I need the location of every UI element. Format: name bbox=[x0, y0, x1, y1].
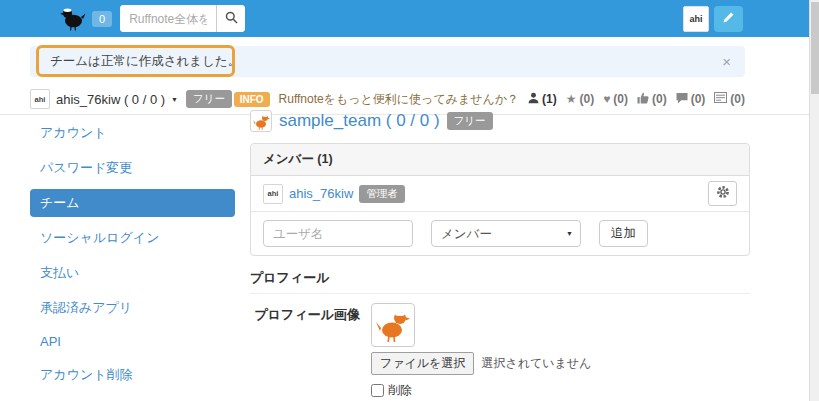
members-panel: メンバー (1) ahi ahis_76kiw 管理者 メンバー ▼ bbox=[250, 143, 750, 256]
user-avatar[interactable]: ahi bbox=[683, 6, 709, 32]
info-badge: INFO bbox=[234, 92, 270, 107]
settings-sidebar: アカウント パスワード変更 チーム ソーシャルログイン 支払い 承認済みアプリ … bbox=[30, 119, 235, 396]
stat-comments[interactable]: (0) bbox=[676, 92, 706, 107]
avatar: ahi bbox=[30, 89, 50, 109]
user-icon bbox=[528, 92, 539, 107]
profile-image-preview bbox=[371, 303, 415, 347]
heart-icon: ♥ bbox=[603, 92, 610, 106]
gear-icon bbox=[716, 185, 730, 202]
star-icon: ★ bbox=[566, 92, 577, 106]
profile-section-divider bbox=[250, 293, 750, 294]
choose-file-button[interactable]: ファイルを選択 bbox=[371, 352, 474, 375]
pencil-icon bbox=[722, 11, 735, 27]
member-role-select[interactable]: メンバー bbox=[431, 220, 581, 247]
sidebar-item-payment[interactable]: 支払い bbox=[30, 259, 235, 287]
member-avatar: ahi bbox=[263, 184, 283, 204]
global-search bbox=[120, 5, 245, 32]
team-title-link[interactable]: sample_team ( 0 / 0 ) bbox=[279, 111, 440, 131]
new-post-button[interactable] bbox=[714, 6, 743, 32]
stat-likes[interactable]: ♥ (0) bbox=[603, 92, 628, 106]
magnifier-icon bbox=[225, 11, 238, 27]
promo-link[interactable]: Ruffnoteをもっと便利に使ってみませんか？ bbox=[279, 91, 520, 108]
success-alert: チームは正常に作成されました。 × bbox=[30, 46, 745, 77]
list-icon bbox=[714, 92, 727, 106]
members-panel-header: メンバー (1) bbox=[251, 144, 749, 176]
ruffnote-bird-logo-icon[interactable] bbox=[60, 7, 86, 31]
member-role-badge: 管理者 bbox=[359, 185, 405, 203]
sidebar-item-team[interactable]: チーム bbox=[30, 189, 235, 217]
chevron-down-icon: ▼ bbox=[171, 96, 178, 103]
add-member-button[interactable]: 追加 bbox=[599, 220, 648, 247]
sidebar-item-approved-apps[interactable]: 承認済みアプリ bbox=[30, 294, 235, 322]
comment-icon bbox=[676, 92, 688, 107]
member-role-select-wrap: メンバー ▼ bbox=[431, 220, 581, 247]
delete-image-label: 削除 bbox=[388, 382, 412, 399]
plan-badge: フリー bbox=[186, 90, 232, 108]
alert-close-icon[interactable]: × bbox=[722, 54, 731, 69]
sidebar-item-social-login[interactable]: ソーシャルログイン bbox=[30, 224, 235, 252]
username-label: ahis_76kiw ( 0 / 0 ) bbox=[56, 92, 165, 107]
add-member-form: メンバー ▼ 追加 bbox=[251, 212, 749, 255]
scrollbar-thumb[interactable] bbox=[811, 2, 819, 94]
notification-count-badge[interactable]: 0 bbox=[92, 11, 112, 27]
member-username-input[interactable] bbox=[263, 220, 413, 247]
search-button[interactable] bbox=[216, 5, 245, 32]
thumbs-up-icon bbox=[637, 92, 649, 107]
sidebar-item-password[interactable]: パスワード変更 bbox=[30, 154, 235, 182]
vertical-scrollbar[interactable] bbox=[809, 0, 819, 401]
stat-thumbs-up[interactable]: (0) bbox=[637, 92, 667, 107]
bird-mascot-image bbox=[376, 308, 410, 342]
profile-form: プロフィール画像 ファイルを選択 選択されていません 削除 bbox=[250, 303, 750, 401]
top-navbar: 0 ahi bbox=[0, 0, 809, 37]
current-user-dropdown[interactable]: ahi ahis_76kiw ( 0 / 0 ) ▼ bbox=[30, 89, 178, 109]
member-row: ahi ahis_76kiw 管理者 bbox=[251, 176, 749, 212]
delete-image-checkbox[interactable] bbox=[371, 384, 384, 397]
file-status-text: 選択されていません bbox=[481, 355, 591, 372]
stat-followers[interactable]: (1) bbox=[528, 92, 557, 107]
stat-posts[interactable]: (0) bbox=[714, 92, 745, 106]
search-input[interactable] bbox=[120, 5, 216, 32]
team-heading: sample_team ( 0 / 0 ) フリー bbox=[250, 110, 750, 132]
member-settings-button[interactable] bbox=[708, 181, 737, 206]
user-bar: ahi ahis_76kiw ( 0 / 0 ) ▼ フリー INFO Ruff… bbox=[30, 88, 745, 110]
alert-message: チームは正常に作成されました。 bbox=[30, 53, 240, 70]
stat-stars[interactable]: ★ (0) bbox=[566, 92, 594, 106]
team-plan-badge: フリー bbox=[447, 112, 493, 130]
sidebar-item-delete-account[interactable]: アカウント削除 bbox=[30, 361, 235, 389]
team-avatar bbox=[250, 110, 272, 132]
member-name-link[interactable]: ahis_76kiw bbox=[289, 186, 353, 201]
profile-section-header: プロフィール bbox=[250, 269, 750, 287]
profile-image-label: プロフィール画像 bbox=[250, 303, 360, 399]
sidebar-item-api[interactable]: API bbox=[30, 329, 235, 354]
delete-image-checkbox-row: 削除 bbox=[371, 382, 750, 399]
sidebar-item-account[interactable]: アカウント bbox=[30, 119, 235, 147]
main-content: sample_team ( 0 / 0 ) フリー メンバー (1) ahi a… bbox=[250, 110, 750, 401]
